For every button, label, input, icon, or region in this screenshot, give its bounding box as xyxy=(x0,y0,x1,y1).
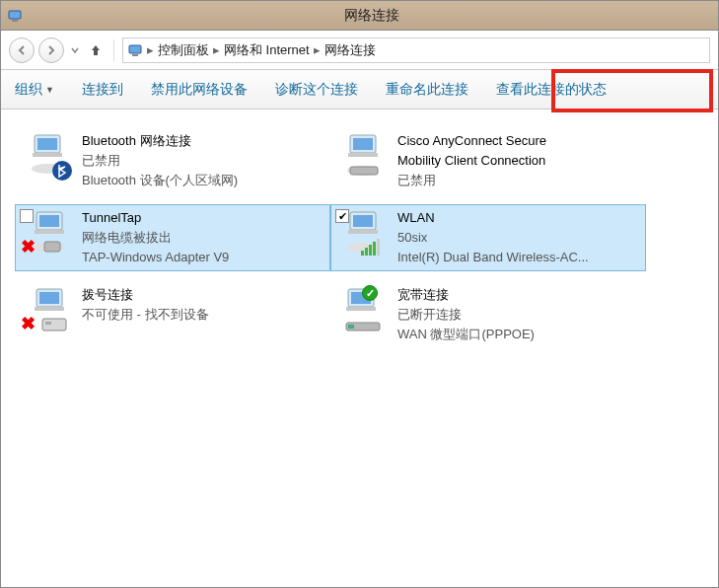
command-bar: 组织 ▼ 连接到 禁用此网络设备 诊断这个连接 重命名此连接 查看此连接的状态 xyxy=(1,70,718,110)
connection-icon xyxy=(19,131,74,183)
breadcrumb-item[interactable]: 网络连接 xyxy=(324,41,376,59)
svg-rect-5 xyxy=(37,138,57,150)
svg-rect-20 xyxy=(353,215,373,227)
connect-to-button[interactable]: 连接到 xyxy=(82,81,123,99)
connection-name: TunnelTap xyxy=(82,208,229,228)
svg-rect-16 xyxy=(35,230,64,234)
connection-item-cisco[interactable]: Cisco AnyConnect Secure Mobility Client … xyxy=(330,127,646,194)
diagnose-button[interactable]: 诊断这个连接 xyxy=(275,81,358,99)
chevron-right-icon[interactable]: ▸ xyxy=(213,42,220,57)
separator xyxy=(113,39,114,61)
svg-rect-3 xyxy=(132,54,138,56)
svg-rect-32 xyxy=(348,325,354,329)
connection-status: 已禁用 xyxy=(82,151,238,171)
svg-rect-15 xyxy=(39,215,59,227)
title-bar: 网络连接 xyxy=(1,1,718,31)
svg-rect-30 xyxy=(346,307,376,311)
connection-text: WLAN 50six Intel(R) Dual Band Wireless-A… xyxy=(397,208,589,267)
forward-button[interactable] xyxy=(38,37,64,63)
up-button[interactable] xyxy=(86,40,106,60)
connection-status: 已禁用 xyxy=(397,171,546,190)
back-button[interactable] xyxy=(9,37,35,63)
connection-device: TAP-Windows Adapter V9 xyxy=(82,248,229,267)
organize-menu[interactable]: 组织 ▼ xyxy=(15,81,54,99)
diagnose-label: 诊断这个连接 xyxy=(275,81,358,99)
connection-status: 50six xyxy=(397,228,589,248)
connection-device: WAN 微型端口(PPPOE) xyxy=(397,325,535,344)
svg-rect-2 xyxy=(129,45,141,53)
rename-label: 重命名此连接 xyxy=(386,81,468,99)
location-icon xyxy=(127,42,143,58)
connection-name: Bluetooth 网络连接 xyxy=(82,131,238,151)
connection-name-2: Mobility Client Connection xyxy=(397,151,546,171)
breadcrumb-item[interactable]: 控制面板 xyxy=(158,41,209,59)
connection-device: Intel(R) Dual Band Wireless-AC... xyxy=(397,248,589,267)
connection-device: Bluetooth 设备(个人区域网) xyxy=(82,171,238,190)
connection-icon: ✖ xyxy=(19,208,74,259)
system-icon xyxy=(7,8,23,24)
chevron-right-icon[interactable]: ▸ xyxy=(147,42,154,57)
svg-rect-6 xyxy=(33,153,62,157)
svg-rect-18 xyxy=(44,242,60,252)
disable-device-button[interactable]: 禁用此网络设备 xyxy=(151,81,248,99)
connection-item-wlan[interactable]: ✔ WLAN 50six Intel(R) Dual Band Wireless… xyxy=(330,204,646,271)
connection-item-broadband[interactable]: ✓ 宽带连接 已断开连接 WAN 微型端口(PPPOE) xyxy=(330,281,646,348)
connect-to-label: 连接到 xyxy=(82,81,123,99)
address-bar[interactable]: ▸ 控制面板 ▸ 网络和 Internet ▸ 网络连接 xyxy=(122,37,710,63)
connection-text: Cisco AnyConnect Secure Mobility Client … xyxy=(397,131,546,190)
breadcrumb-item[interactable]: 网络和 Internet xyxy=(224,41,310,59)
svg-rect-25 xyxy=(35,307,64,311)
signal-bars-icon xyxy=(361,239,380,256)
connections-list: Bluetooth 网络连接 已禁用 Bluetooth 设备(个人区域网) C… xyxy=(1,110,718,366)
error-x-icon: ✖ xyxy=(21,313,36,334)
svg-rect-0 xyxy=(9,11,21,19)
svg-rect-10 xyxy=(353,138,373,150)
history-dropdown[interactable] xyxy=(68,40,82,60)
organize-label: 组织 xyxy=(15,81,42,99)
connection-text: 宽带连接 已断开连接 WAN 微型端口(PPPOE) xyxy=(397,285,535,344)
chevron-down-icon: ▼ xyxy=(45,85,54,95)
error-x-icon: ✖ xyxy=(21,236,36,257)
connection-item-bluetooth[interactable]: Bluetooth 网络连接 已禁用 Bluetooth 设备(个人区域网) xyxy=(15,127,330,194)
connection-name: 宽带连接 xyxy=(397,285,535,305)
connection-icon: ✖ xyxy=(19,285,74,336)
connection-icon: ✓ xyxy=(334,285,390,336)
svg-rect-11 xyxy=(348,153,378,157)
svg-rect-27 xyxy=(45,322,51,325)
connection-status: 网络电缆被拔出 xyxy=(82,228,229,248)
connection-text: Bluetooth 网络连接 已禁用 Bluetooth 设备(个人区域网) xyxy=(82,131,238,190)
connection-status: 已断开连接 xyxy=(397,305,535,325)
connection-name: WLAN xyxy=(397,208,589,228)
rename-button[interactable]: 重命名此连接 xyxy=(386,81,468,99)
connection-icon xyxy=(334,208,390,259)
svg-rect-1 xyxy=(12,20,18,22)
connection-icon xyxy=(334,131,390,183)
ok-check-icon: ✓ xyxy=(362,285,378,301)
window-title: 网络连接 xyxy=(31,7,712,25)
connection-status: 不可使用 - 找不到设备 xyxy=(82,305,209,325)
chevron-right-icon[interactable]: ▸ xyxy=(314,42,321,57)
connection-item-tunneltap[interactable]: ✖ TunnelTap 网络电缆被拔出 TAP-Windows Adapter … xyxy=(15,204,330,271)
view-status-button[interactable]: 查看此连接的状态 xyxy=(496,81,607,99)
connection-text: 拨号连接 不可使用 - 找不到设备 xyxy=(82,285,209,325)
connection-text: TunnelTap 网络电缆被拔出 TAP-Windows Adapter V9 xyxy=(82,208,229,267)
svg-rect-24 xyxy=(39,292,59,304)
nav-bar: ▸ 控制面板 ▸ 网络和 Internet ▸ 网络连接 xyxy=(1,31,718,70)
svg-rect-13 xyxy=(350,167,378,175)
connection-name: Cisco AnyConnect Secure xyxy=(397,131,546,151)
connection-name: 拨号连接 xyxy=(82,285,209,305)
view-status-label: 查看此连接的状态 xyxy=(496,81,607,99)
disable-device-label: 禁用此网络设备 xyxy=(151,81,248,99)
connection-item-dialup[interactable]: ✖ 拨号连接 不可使用 - 找不到设备 xyxy=(15,281,330,348)
svg-rect-21 xyxy=(348,230,378,234)
